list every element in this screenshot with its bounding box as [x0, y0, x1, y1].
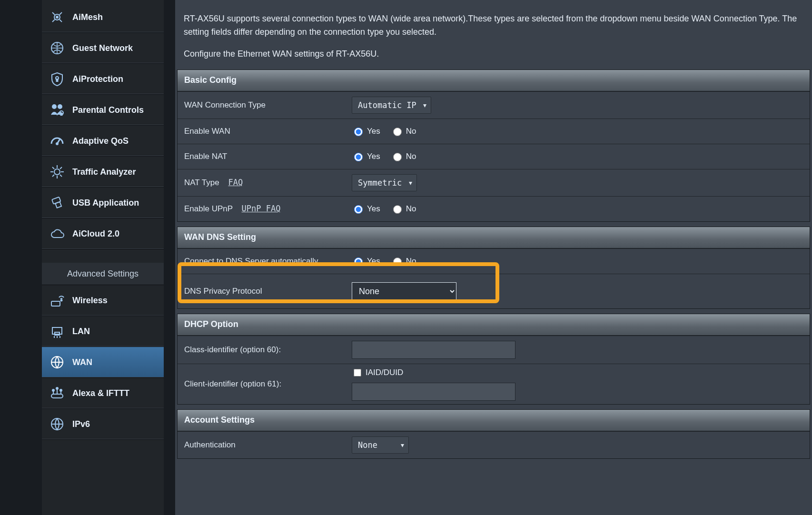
radio-upnp-yes[interactable]: Yes [352, 204, 380, 214]
label-nat-type: NAT Type FAQ [178, 172, 346, 193]
sidebar-item-guest-network[interactable]: Guest Network [42, 33, 164, 64]
label-wan-connection-type: WAN Connection Type [178, 95, 346, 116]
svg-point-19 [61, 300, 62, 301]
panel-header-account: Account Settings [178, 410, 810, 431]
sidebar-item-aiprotection[interactable]: AiProtection [42, 64, 164, 95]
svg-line-4 [52, 20, 55, 22]
svg-point-26 [52, 389, 54, 391]
sidebar-item-parental-controls[interactable]: Parental Controls [42, 95, 164, 126]
svg-rect-18 [51, 301, 60, 306]
panel-header-dhcp: DHCP Option [178, 314, 810, 336]
cloud-icon [49, 225, 66, 242]
shield-icon [49, 70, 66, 88]
sidebar-item-label: Wireless [72, 296, 108, 306]
radio-enable-wan-no[interactable]: No [391, 126, 416, 136]
panel-dhcp-option: DHCP Option Class-identifier (option 60)… [177, 314, 810, 405]
link-upnp-faq[interactable]: UPnP FAQ [242, 204, 281, 213]
radio-enable-wan-yes[interactable]: Yes [352, 126, 380, 136]
sidebar-item-label: WAN [72, 357, 92, 367]
checkbox-label: IAID/DUID [366, 368, 403, 377]
select-authentication[interactable]: None [352, 436, 409, 454]
sidebar-item-wan[interactable]: WAN [42, 347, 164, 378]
radio-enable-nat-yes[interactable]: Yes [352, 151, 380, 161]
svg-rect-8 [57, 79, 58, 81]
label-authentication: Authentication [178, 435, 346, 456]
sidebar-item-aicloud-2-0[interactable]: AiCloud 2.0 [42, 218, 164, 249]
radio-upnp-no[interactable]: No [391, 204, 416, 214]
label-client-identifier: Client-identifier (option 61): [178, 374, 346, 395]
usb-icon [49, 194, 66, 211]
sidebar-item-label: Parental Controls [72, 105, 144, 115]
sidebar-item-label: Traffic Analyzer [72, 167, 136, 177]
lan-icon [49, 323, 66, 340]
qos-icon [49, 132, 66, 149]
radio-label: Yes [367, 152, 380, 161]
alexa-icon [49, 385, 66, 402]
intro-text: RT-AX56U supports several connection typ… [177, 0, 810, 69]
radio-label: No [406, 127, 416, 136]
select-nat-type[interactable]: Symmetric [352, 174, 417, 191]
aimesh-icon [49, 9, 66, 26]
radio-dns-auto-yes[interactable]: Yes [352, 256, 380, 266]
svg-point-28 [60, 389, 62, 391]
radio-label: Yes [367, 257, 380, 266]
panel-header-basic: Basic Config [178, 70, 810, 91]
sidebar-item-label: Guest Network [72, 43, 133, 53]
ipv6-icon [49, 416, 66, 433]
label-class-identifier: Class-identifier (option 60): [178, 339, 346, 360]
left-margin [0, 0, 42, 515]
sidebar-item-label: IPv6 [72, 419, 90, 429]
label-enable-nat: Enable NAT [178, 146, 346, 167]
checkbox-iaid-duid[interactable]: IAID/DUID [352, 367, 403, 378]
sidebar-item-label: Adaptive QoS [72, 136, 129, 146]
radio-label: Yes [367, 204, 380, 214]
radio-enable-nat-no[interactable]: No [391, 151, 416, 161]
main-content: RT-AX56U supports several connection typ… [175, 0, 812, 515]
sidebar: AiMeshGuest NetworkAiProtectionParental … [42, 0, 164, 515]
wan-icon [49, 354, 66, 371]
radio-label: No [406, 204, 416, 214]
sidebar-item-traffic-analyzer[interactable]: Traffic Analyzer [42, 157, 164, 188]
traffic-icon [49, 163, 66, 180]
svg-line-2 [52, 12, 55, 15]
label-text: NAT Type [184, 178, 219, 187]
radio-label: No [406, 152, 416, 161]
input-client-identifier[interactable] [352, 383, 515, 401]
intro-paragraph-2: Configure the Ethernet WAN settings of R… [184, 48, 803, 61]
svg-point-15 [54, 169, 60, 175]
svg-point-1 [56, 16, 58, 18]
sidebar-item-label: AiMesh [72, 12, 103, 22]
select-dns-privacy-protocol[interactable]: None [352, 282, 456, 300]
sidebar-item-aimesh[interactable]: AiMesh [42, 2, 164, 33]
input-class-identifier[interactable] [352, 341, 515, 359]
intro-paragraph-1: RT-AX56U supports several connection typ… [184, 12, 803, 39]
label-dns-auto: Connect to DNS Server automatically [178, 251, 346, 272]
link-nat-faq[interactable]: FAQ [228, 178, 243, 187]
sidebar-item-lan[interactable]: LAN [42, 316, 164, 347]
parental-icon [49, 101, 66, 119]
radio-label: Yes [367, 127, 380, 136]
label-text: Enable UPnP [184, 204, 233, 213]
panel-basic-config: Basic Config WAN Connection Type Automat… [177, 69, 810, 222]
sidebar-item-label: USB Application [72, 198, 139, 208]
svg-rect-17 [55, 202, 61, 208]
svg-rect-20 [52, 327, 62, 334]
sidebar-item-ipv6[interactable]: IPv6 [42, 409, 164, 440]
label-dns-privacy: DNS Privacy Protocol [178, 281, 346, 302]
svg-rect-29 [51, 394, 63, 398]
layout-gap [164, 0, 175, 515]
sidebar-item-alexa-ifttt[interactable]: Alexa & IFTTT [42, 378, 164, 409]
sidebar-item-adaptive-qos[interactable]: Adaptive QoS [42, 126, 164, 157]
sidebar-item-label: AiCloud 2.0 [72, 229, 119, 239]
advanced-settings-header: Advanced Settings [42, 263, 164, 285]
panel-account-settings: Account Settings Authentication None [177, 409, 810, 459]
radio-dns-auto-no[interactable]: No [391, 256, 416, 266]
label-enable-wan: Enable WAN [178, 121, 346, 142]
sidebar-item-wireless[interactable]: Wireless [42, 285, 164, 316]
sidebar-item-label: LAN [72, 327, 90, 337]
svg-rect-12 [61, 113, 62, 115]
svg-point-14 [56, 143, 58, 145]
sidebar-item-usb-application[interactable]: USB Application [42, 188, 164, 218]
select-wan-connection-type[interactable]: Automatic IP [352, 97, 431, 114]
sidebar-item-label: AiProtection [72, 74, 123, 84]
